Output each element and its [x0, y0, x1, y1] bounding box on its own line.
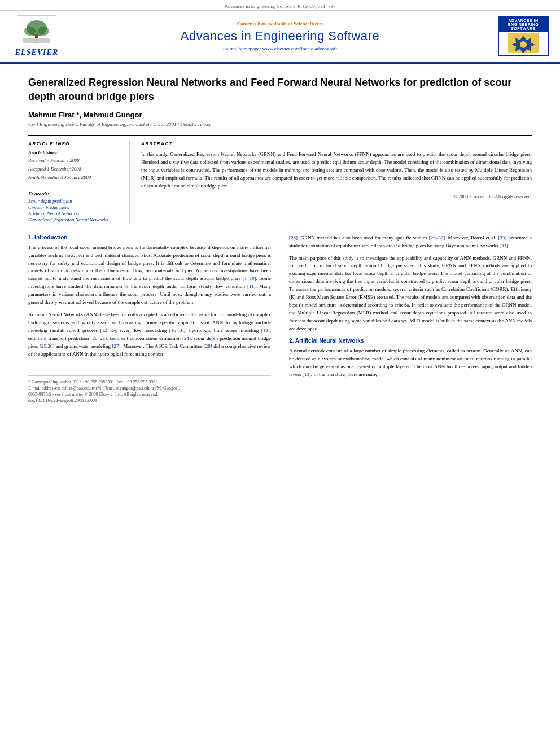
- keywords-heading: Keywords:: [28, 191, 121, 196]
- paper-title: Generalized Regression Neural Networks a…: [28, 76, 532, 104]
- accepted-date: Accepted 1 December 2008: [28, 165, 121, 173]
- footnote-1: * Corresponding author. Tel.: +90 258 29…: [28, 379, 271, 385]
- intro-para1: The process of the local scour around br…: [28, 244, 271, 307]
- abstract-heading: ABSTRACT: [141, 141, 532, 146]
- footnotes: * Corresponding author. Tel.: +90 258 29…: [28, 375, 271, 403]
- ref-33a[interactable]: [33]: [498, 235, 506, 241]
- gear-icon: [508, 33, 539, 53]
- sciencedirect-link: Contents lists available at ScienceDirec…: [73, 21, 487, 27]
- ref-28a[interactable]: [28]: [204, 343, 212, 349]
- ref-33b[interactable]: [33]: [500, 243, 508, 248]
- article-section: ARTICLE INFO Article history: Received 7…: [28, 135, 532, 222]
- right-para2: The main purpose of this study is to inv…: [289, 255, 532, 333]
- right-para1: [28]. GRNN method has also been used for…: [289, 234, 532, 250]
- ref-12-15[interactable]: [12–15]: [100, 327, 116, 333]
- article-history-heading: Article history:: [28, 150, 121, 155]
- svg-point-9: [520, 41, 527, 48]
- svg-point-3: [38, 27, 49, 36]
- journal-logo-text: ADVANCES IN ENGINEERING SOFTWARE: [499, 18, 548, 32]
- ann-heading: 2. Artificial Neural Networks: [289, 338, 532, 344]
- article-info-heading: ARTICLE INFO: [28, 141, 121, 146]
- footnote-2: E-mail addresses: mfirat@pau.edu.tr (M. …: [28, 386, 271, 391]
- ref-20-23[interactable]: [20–23]: [91, 335, 107, 341]
- received-date: Received 7 February 2008: [28, 157, 121, 164]
- ref-28b[interactable]: [28]: [289, 235, 298, 241]
- copyright: © 2008 Elsevier Ltd. All rights reserved…: [141, 194, 532, 199]
- elsevier-logo-img: [17, 15, 56, 46]
- abstract-text: In this study, Generalized Regression Ne…: [141, 151, 532, 190]
- ref-24[interactable]: [24]: [182, 335, 191, 341]
- authors: Mahmut Firat *, Mahmud Gungor: [28, 111, 532, 119]
- ref-1-10[interactable]: [1–10]: [243, 276, 256, 281]
- ann-para1: A neural network consists of a large num…: [289, 347, 532, 379]
- journal-header: Advances in Engineering Software 40 (200…: [0, 0, 560, 11]
- ref-13[interactable]: [13]: [303, 372, 311, 377]
- ref-27[interactable]: [27]: [112, 343, 120, 349]
- main-body: 1. Introduction The process of the local…: [28, 234, 532, 404]
- keyword-1: Scour depth prediction: [28, 198, 121, 204]
- journal-homepage: journal homepage: www.elsevier.com/locat…: [73, 46, 487, 51]
- paper-content: Generalized Regression Neural Networks a…: [0, 64, 560, 416]
- intro-para2: Artificial Neural Networks (ANN) have be…: [28, 311, 271, 359]
- keyword-4: Generalized Regression Neural Networks: [28, 217, 121, 222]
- elsevier-text: ELSEVIER: [15, 48, 58, 57]
- keyword-2: Circular bridge piers: [28, 204, 121, 210]
- left-column: 1. Introduction The process of the local…: [28, 234, 275, 404]
- keyword-3: Artificial Neural Networks: [28, 211, 121, 216]
- ref-29-32[interactable]: [29–32]: [429, 235, 445, 241]
- elsevier-tree-icon: [19, 17, 55, 45]
- ref-25-26[interactable]: [25,26]: [40, 343, 54, 349]
- ref-16-18[interactable]: [16–18]: [169, 327, 186, 333]
- journal-logo-graphic: [508, 33, 539, 53]
- right-column: [28]. GRNN method has also been used for…: [285, 234, 532, 404]
- abstract-section: ABSTRACT In this study, Generalized Regr…: [141, 141, 532, 222]
- affiliation: Civil Engineering Dept., Faculty of Engi…: [28, 121, 532, 127]
- footnote-issn: 0965-9978/$ - see front matter © 2008 El…: [28, 392, 271, 397]
- info-divider: [28, 186, 121, 186]
- journal-title: Advances in Engineering Software: [73, 29, 487, 43]
- sciencedirect-name[interactable]: ScienceDirect: [294, 21, 323, 27]
- journal-center: Contents lists available at ScienceDirec…: [62, 21, 498, 51]
- ref-11[interactable]: [11]: [247, 283, 256, 289]
- elsevier-logo: ELSEVIER: [11, 15, 62, 57]
- journal-logo-right: ADVANCES IN ENGINEERING SOFTWARE: [498, 16, 549, 56]
- svg-point-2: [24, 27, 36, 36]
- available-date: Available online 3 January 2009: [28, 174, 121, 181]
- homepage-url[interactable]: www.elsevier.com/locate/advengsoft: [262, 46, 337, 51]
- footnote-doi: doi:10.1016/j.advengsoft.2008.12.001: [28, 398, 271, 403]
- article-info: ARTICLE INFO Article history: Received 7…: [28, 141, 130, 222]
- journal-citation: Advances in Engineering Software 40 (200…: [225, 3, 336, 9]
- journal-banner: ELSEVIER Contents lists available at Sci…: [0, 11, 560, 63]
- ref-19[interactable]: [19]: [261, 327, 270, 333]
- intro-heading: 1. Introduction: [28, 234, 271, 241]
